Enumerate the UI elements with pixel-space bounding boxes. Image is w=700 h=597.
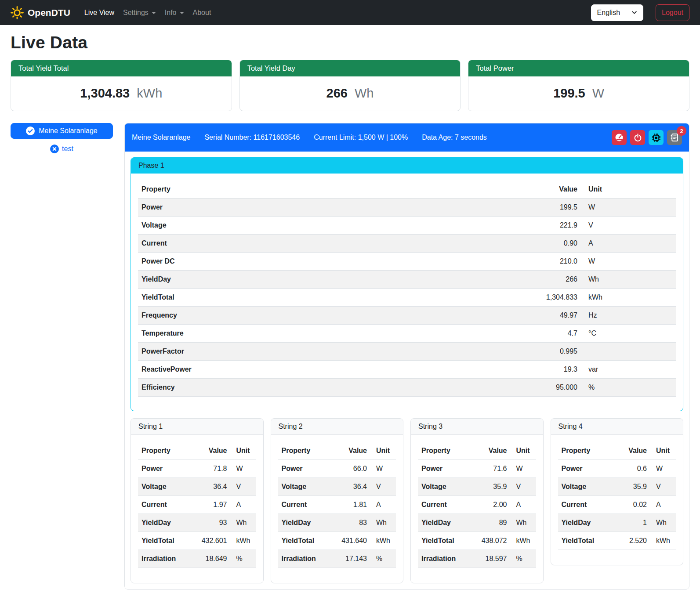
nav-item-live-view[interactable]: Live View <box>80 5 119 20</box>
journal-text-icon <box>670 133 679 142</box>
nav-item-settings[interactable]: Settings <box>119 5 160 20</box>
unit-cell: W <box>581 199 676 217</box>
property-cell: Voltage <box>138 478 190 496</box>
property-cell: YieldDay <box>558 514 610 532</box>
value-cell: 83 <box>330 514 370 532</box>
phase-card-title: Phase 1 <box>131 158 683 174</box>
table-row: Temperature4.7°C <box>138 325 676 343</box>
table-row: Voltage35.9V <box>558 478 676 496</box>
unit-cell: W <box>370 460 396 478</box>
nav-right: English Logout <box>591 4 689 21</box>
language-select[interactable]: English <box>591 4 643 21</box>
column-header-unit: Unit <box>650 442 676 460</box>
table-row: Power199.5W <box>138 199 676 217</box>
inverter-item-test[interactable]: test <box>11 145 113 153</box>
value-cell: 95.000 <box>515 379 581 397</box>
nav-item-info[interactable]: Info <box>160 5 189 20</box>
value-cell: 2.00 <box>470 496 511 514</box>
inverter-selected-button[interactable]: Meine Solaranlage <box>11 123 113 139</box>
nav-item-label: Settings <box>123 9 149 17</box>
unit-cell: W <box>511 460 536 478</box>
unit-cell: V <box>650 478 676 496</box>
value-cell: 432.601 <box>190 532 231 550</box>
table-row: Irradiation18.597% <box>418 550 536 568</box>
property-cell: YieldDay <box>138 271 515 289</box>
unit-cell: V <box>511 478 536 496</box>
property-cell: Power <box>138 199 515 217</box>
value-cell: 89 <box>470 514 511 532</box>
table-row: YieldDay83Wh <box>278 514 396 532</box>
nav-item-label: Live View <box>84 9 114 17</box>
table-row: Frequency49.97Hz <box>138 307 676 325</box>
card-title: Total Yield Day <box>240 60 461 76</box>
power-settings-button[interactable] <box>630 130 645 145</box>
string-2-table: Property Value Unit Power66.0WVoltage36.… <box>278 442 396 568</box>
string-1-card: String 1 Property Value Unit <box>131 418 264 583</box>
value-cell: 4.7 <box>515 325 581 343</box>
property-cell: PowerFactor <box>138 343 515 361</box>
string-3-card: String 3 Property Value Unit <box>410 418 544 583</box>
value-cell: 93 <box>190 514 231 532</box>
event-log-button[interactable]: 2 <box>667 130 682 145</box>
language-selected-value: English <box>597 9 620 17</box>
card-body: 266 Wh <box>240 76 461 111</box>
value-cell: 438.072 <box>470 532 511 550</box>
device-info-button[interactable] <box>649 130 664 145</box>
card-unit: Wh <box>355 86 374 100</box>
table-header-row: Property Value Unit <box>138 181 676 199</box>
property-cell: Voltage <box>278 478 330 496</box>
unit-cell: V <box>370 478 396 496</box>
property-cell: YieldTotal <box>558 532 610 550</box>
logout-button[interactable]: Logout <box>656 4 689 21</box>
table-row: Voltage36.4V <box>138 478 256 496</box>
inverter-sidebar: Meine Solaranlage test <box>11 123 113 153</box>
table-row: Efficiency95.000% <box>138 379 676 397</box>
property-cell: Power <box>278 460 330 478</box>
table-header-row: Property Value Unit <box>278 442 396 460</box>
unit-cell: % <box>511 550 536 568</box>
string-4-card: String 4 Property Value Unit <box>551 418 684 565</box>
limit-settings-button[interactable] <box>612 130 627 145</box>
unit-cell: Wh <box>370 514 396 532</box>
value-cell: 35.9 <box>610 478 650 496</box>
property-cell: Voltage <box>558 478 610 496</box>
card-body: 199.5 W <box>468 76 689 111</box>
value-cell: 0.6 <box>610 460 650 478</box>
chevron-down-icon <box>152 12 156 14</box>
unit-cell: kWh <box>370 532 396 550</box>
table-row: Power66.0W <box>278 460 396 478</box>
property-cell: Power DC <box>138 253 515 271</box>
column-header-value: Value <box>470 442 511 460</box>
inverter-current-limit: Current Limit: 1,500 W | 100% <box>314 134 408 141</box>
table-row: Current0.90A <box>138 235 676 253</box>
card-unit: W <box>592 86 604 100</box>
column-header-unit: Unit <box>511 442 536 460</box>
brand-name: OpenDTU <box>28 7 70 18</box>
table-row: Current0.02A <box>558 496 676 514</box>
inverter-card: Meine Solaranlage Serial Number: 1161716… <box>124 123 689 590</box>
table-row: Power DC210.0W <box>138 253 676 271</box>
table-header-row: Property Value Unit <box>418 442 536 460</box>
brand[interactable]: OpenDTU <box>11 6 70 19</box>
unit-cell: A <box>511 496 536 514</box>
table-row: Current1.81A <box>278 496 396 514</box>
inverter-data-age: Data Age: 7 seconds <box>422 134 487 141</box>
unit-cell: V <box>231 478 256 496</box>
value-cell: 1 <box>610 514 650 532</box>
column-header-unit: Unit <box>370 442 396 460</box>
x-circle-icon <box>50 145 59 153</box>
inverter-serial: Serial Number: 116171603546 <box>204 134 300 141</box>
unit-cell: Hz <box>581 307 676 325</box>
card-value: 1,304.83 <box>80 86 130 100</box>
nav-item-about[interactable]: About <box>189 5 216 20</box>
table-row: Irradiation18.649% <box>138 550 256 568</box>
property-cell: YieldDay <box>418 514 470 532</box>
card-title: Total Yield Total <box>11 60 232 76</box>
value-cell: 49.97 <box>515 307 581 325</box>
value-cell: 210.0 <box>515 253 581 271</box>
check-circle-icon <box>26 127 35 135</box>
string-card-title: String 4 <box>551 419 683 435</box>
sun-logo-icon <box>11 6 24 19</box>
value-cell: 221.9 <box>515 217 581 235</box>
table-row: YieldTotal438.072kWh <box>418 532 536 550</box>
